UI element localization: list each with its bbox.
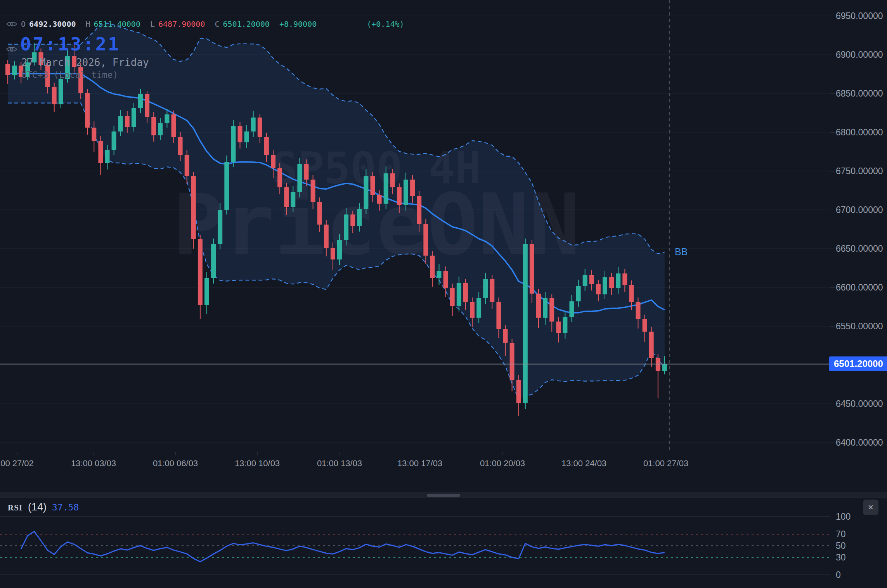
candle-body	[490, 279, 494, 302]
price-axis-tick	[830, 443, 835, 443]
time-axis-label: 13:00 03/03	[71, 458, 116, 469]
candle-body	[304, 164, 309, 180]
candle-body	[98, 141, 103, 163]
candle-body	[662, 364, 667, 371]
candle-body	[563, 317, 567, 333]
candle-body	[404, 180, 408, 205]
symbol-visibility-eye-icon[interactable]	[6, 21, 17, 28]
candle-body	[583, 275, 587, 286]
timezone-label: UTC+3 (Local time)	[21, 70, 118, 80]
price-axis-label: 6700.00000	[836, 205, 883, 215]
candle-body	[423, 224, 428, 256]
time-axis-tick	[257, 452, 258, 455]
candle-body	[629, 285, 634, 302]
candle-body	[337, 240, 342, 259]
candle-body	[549, 298, 554, 322]
indicator-visibility-eye-icon[interactable]	[6, 46, 17, 53]
candle-body	[145, 94, 149, 117]
rsi-axis-label: 70	[836, 529, 846, 540]
close-label: C	[215, 19, 219, 29]
price-axis-label: 6600.00000	[836, 282, 883, 293]
time-axis-tick	[17, 452, 17, 455]
candle-body	[444, 271, 448, 288]
price-axis-label: 6950.00000	[836, 11, 883, 21]
date-label: 27 March 2026, Friday	[21, 57, 149, 68]
candle-body	[589, 275, 594, 284]
high-value: 6511.40000	[94, 19, 140, 29]
price-chart-pane[interactable]: SP500 4HPriceONNBB	[0, 0, 887, 492]
candle-body	[543, 298, 547, 318]
low-label: L	[150, 19, 155, 29]
divider-drag-handle[interactable]	[427, 494, 460, 497]
price-axis-label: 6650.00000	[836, 244, 883, 254]
candle-body	[132, 108, 136, 127]
candle-body	[105, 150, 110, 163]
rsi-axis-label: 0	[836, 570, 841, 580]
candle-body	[636, 302, 641, 319]
candle-body	[496, 302, 501, 329]
candle-body	[92, 128, 96, 141]
time-axis-tick	[420, 452, 420, 455]
time-axis-tick	[502, 452, 503, 455]
candle-body	[311, 180, 315, 202]
high-label: H	[85, 19, 90, 29]
candle-body	[151, 117, 156, 135]
candle-body	[218, 210, 222, 244]
candle-body	[397, 187, 402, 205]
candle-body	[125, 116, 130, 127]
candle-body	[470, 302, 475, 318]
price-axis-label: 6900.00000	[836, 50, 883, 60]
price-axis-tick	[830, 326, 835, 327]
close-value: 6501.20000	[223, 19, 269, 29]
time-axis-label: 13:00 17/03	[397, 458, 442, 469]
ohlc-legend: O 6492.30000 H 6511.40000 L 6487.90000 C…	[21, 19, 404, 29]
candle-body	[603, 277, 607, 294]
candle-body	[344, 214, 348, 240]
rsi-close-button[interactable]: ×	[863, 500, 878, 515]
time-axis-tick	[340, 452, 340, 455]
candle-body	[112, 131, 116, 150]
candle-body	[317, 202, 322, 225]
price-axis-tick	[830, 249, 835, 249]
candle-body	[622, 273, 627, 285]
rsi-title: RSI	[8, 503, 23, 513]
candle-body	[258, 118, 262, 137]
candle-body	[85, 93, 90, 128]
time-axis-label: 01:00 06/03	[153, 458, 198, 469]
candle-body	[211, 244, 216, 278]
price-axis-label: 6550.00000	[836, 321, 883, 332]
price-axis-label: 6800.00000	[836, 127, 883, 138]
candle-body	[643, 319, 647, 332]
time-axis-label: 13:00 24/03	[561, 458, 606, 469]
candle-body	[331, 248, 335, 259]
candle-body	[437, 271, 442, 278]
candle-body	[271, 155, 275, 168]
open-value: 6492.30000	[29, 19, 76, 29]
rsi-line	[21, 531, 665, 562]
candle-body	[185, 155, 189, 176]
candle-body	[523, 244, 528, 403]
candle-body	[364, 176, 368, 209]
candle-body	[576, 286, 581, 301]
candle-body	[503, 329, 508, 343]
candle-body	[291, 192, 295, 207]
rsi-header: RSI (14) 37.58	[8, 501, 79, 513]
candle-body	[510, 343, 515, 380]
price-axis-label: 6750.00000	[836, 166, 883, 176]
candle-body	[609, 277, 614, 288]
candle-body	[191, 176, 196, 239]
candle-body	[59, 79, 63, 104]
rsi-axis-label: 30	[836, 552, 846, 563]
time-axis-label: 01:00 13/03	[317, 458, 362, 469]
price-axis-label: 6450.00000	[836, 399, 883, 409]
candle-body	[244, 131, 249, 142]
price-axis-label: 6400.00000	[836, 438, 883, 448]
candle-body	[357, 209, 362, 226]
candle-body	[570, 301, 574, 317]
price-axis-tick	[830, 93, 835, 94]
candle-body	[516, 380, 521, 403]
candle-body	[463, 283, 468, 302]
time-axis-label: 13:00 10/03	[235, 458, 280, 469]
price-axis-label: 6850.00000	[836, 88, 883, 99]
pane-resize-divider[interactable]	[0, 492, 887, 498]
